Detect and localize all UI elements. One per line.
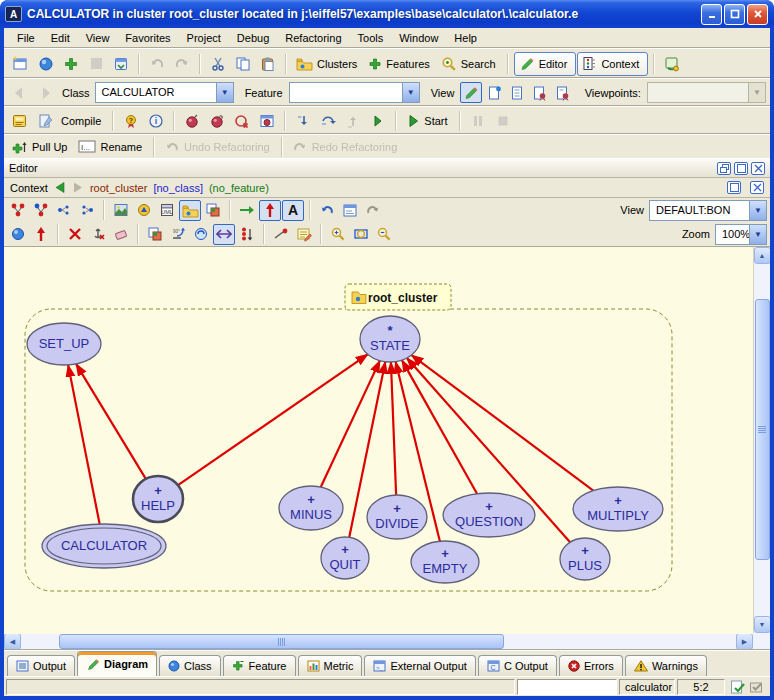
export-emf-icon[interactable] [133,200,155,221]
save-button[interactable] [109,52,133,76]
tab-external-output[interactable]: >_External Output [364,655,475,676]
menu-file[interactable]: File [10,30,42,46]
tab-class[interactable]: Class [159,655,221,676]
maximize-pane-icon[interactable] [734,162,748,175]
zoom-fit-icon[interactable] [350,224,372,245]
undock-icon[interactable] [717,162,731,175]
diagram-canvas[interactable]: root_clusterSET_UP*STATE+HELPCALCULATOR+… [4,247,753,634]
vertical-scroll-thumb[interactable] [755,299,770,559]
delete-tool-icon[interactable] [64,224,86,245]
cluster-view-icon[interactable] [179,200,201,221]
context-cluster[interactable]: root_cluster [90,182,147,194]
tab-output[interactable]: Output [7,655,75,676]
scroll-up-icon[interactable]: ▲ [754,247,771,264]
diagram-node-calculator[interactable]: CALCULATOR [42,524,166,568]
info-button[interactable]: i [144,109,168,133]
undo-icon[interactable] [145,52,169,76]
menu-favorites[interactable]: Favorites [118,30,177,46]
tab-errors[interactable]: Errors [559,655,623,676]
layout-settings-icon[interactable] [144,224,166,245]
chevron-down-icon[interactable]: ▼ [402,83,419,102]
menu-window[interactable]: Window [392,30,445,46]
menu-tools[interactable]: Tools [351,30,391,46]
diagram-node-divide[interactable]: +DIVIDE [367,495,427,539]
export-png-icon[interactable] [110,200,132,221]
diagram-node-question[interactable]: +QUESTION [443,493,535,537]
chevron-down-icon[interactable]: ▼ [216,83,233,102]
menu-refactoring[interactable]: Refactoring [278,30,348,46]
views-icon[interactable] [202,200,224,221]
uml-view-icon[interactable]: UML [156,200,178,221]
eraser-icon[interactable] [110,224,132,245]
add-window-button[interactable] [59,52,83,76]
diagram-node-empty[interactable]: +EMPTY [411,541,479,583]
remove-anchor-icon[interactable] [87,224,109,245]
class-links-icon[interactable] [7,200,29,221]
horizontal-scrollbar[interactable]: ◀ ▶ [4,633,770,650]
paste-button[interactable] [256,52,280,76]
menu-debug[interactable]: Debug [230,30,276,46]
clickable-view-button[interactable] [483,82,505,103]
rename-button[interactable]: I... Rename [74,135,148,159]
diagram-node-quit[interactable]: +QUIT [321,537,369,579]
cluster-links-icon[interactable] [30,200,52,221]
flat-view-button[interactable] [506,82,528,103]
text-view-button[interactable] [460,82,482,103]
menu-project[interactable]: Project [180,30,228,46]
client-links-icon[interactable] [76,200,98,221]
pause-button[interactable] [466,109,490,133]
edit-notes-icon[interactable] [293,224,315,245]
force-directed-icon[interactable] [270,224,292,245]
zoom-combobox[interactable]: 100% ▼ [715,224,767,245]
interface-view-button[interactable] [552,82,574,103]
diagram-node-set_up[interactable]: SET_UP [27,323,101,365]
copy-button[interactable] [231,52,255,76]
scroll-right-icon[interactable]: ▶ [736,633,753,650]
breakpoints-disable-button[interactable] [205,109,229,133]
sort-depth-icon[interactable] [236,224,258,245]
finalize-button[interactable]: ? [119,109,143,133]
freeze-button[interactable] [34,109,58,133]
text-tool-icon[interactable]: A [282,200,304,221]
history-forward-icon[interactable] [72,182,84,193]
chevron-down-icon[interactable]: ▼ [749,201,766,220]
undo-refactoring-button[interactable]: Undo Refactoring [160,135,276,159]
class-combobox[interactable]: CALCULATOR ▼ [95,82,234,103]
redo-icon[interactable] [170,52,194,76]
client-supplier-link-icon[interactable] [236,200,258,221]
context-toggle-button[interactable]: Context [577,52,648,76]
step-into-button[interactable] [291,109,315,133]
minimize-button[interactable] [701,4,722,25]
scroll-down-icon[interactable]: ▼ [754,616,771,633]
scroll-left-icon[interactable]: ◀ [4,633,21,650]
menu-edit[interactable]: Edit [44,30,77,46]
context-class[interactable]: [no_class] [153,182,203,194]
chevron-down-icon[interactable]: ▼ [749,225,766,244]
diagram-undo-icon[interactable] [316,200,338,221]
zoom-in-icon[interactable] [327,224,349,245]
menu-view[interactable]: View [79,30,117,46]
vertical-scrollbar[interactable]: ▲ ▼ [753,247,770,633]
editor-toggle-button[interactable]: Editor [514,52,577,76]
tab-warnings[interactable]: Warnings [625,655,707,676]
run-to-cursor-button[interactable] [366,109,390,133]
features-button[interactable]: Features [364,52,435,76]
breakpoints-enable-button[interactable] [180,109,204,133]
stop-button[interactable] [491,109,515,133]
search-button[interactable]: Search [437,52,502,76]
step-over-button[interactable] [316,109,340,133]
rotate-icon[interactable]: 90° [167,224,189,245]
maximize-button[interactable] [724,4,745,25]
clusters-button[interactable]: Clusters [292,52,363,76]
title-bar[interactable]: A CALCULATOR in cluster root_cluster loc… [0,0,774,28]
diagram-node-state[interactable]: *STATE [360,316,420,362]
diagram-view-combobox[interactable]: DEFAULT:BON ▼ [649,200,767,221]
zoom-out-icon[interactable] [373,224,395,245]
pull-up-button[interactable]: Pull Up [8,135,73,159]
menu-help[interactable]: Help [447,30,484,46]
diagram-node-multiply[interactable]: +MULTIPLY [573,487,663,531]
forward-icon[interactable] [33,81,57,105]
breakpoints-remove-button[interactable] [230,109,254,133]
step-out-button[interactable] [341,109,365,133]
contract-view-button[interactable] [529,82,551,103]
